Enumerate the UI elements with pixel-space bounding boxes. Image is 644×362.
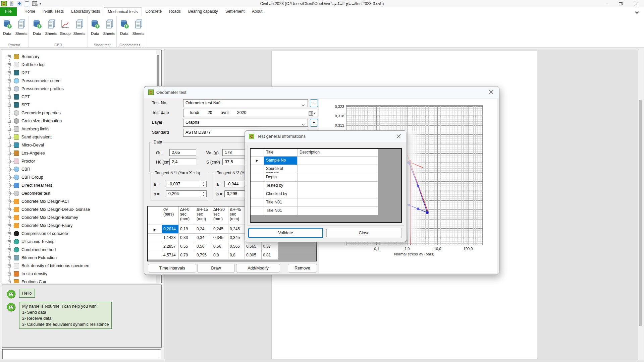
description-cell[interactable] (298, 207, 378, 215)
title-cell[interactable]: Title N01 (264, 198, 298, 207)
tree-item-ultrasonic-testing[interactable]: +Ultrasonic Testing (2, 238, 161, 246)
tree-item-cbr[interactable]: +CBR (2, 165, 161, 173)
row-selector-cell[interactable] (148, 234, 162, 242)
draw-button[interactable]: Draw (197, 264, 235, 273)
title-cell[interactable]: Title N01 (264, 207, 298, 215)
expand-icon[interactable]: + (8, 55, 11, 58)
tree-item-direct-shear-test[interactable]: +Direct shear test (2, 181, 161, 189)
table-cell[interactable]: 0,8 (228, 251, 245, 260)
device-icon[interactable] (9, 1, 14, 7)
test-date-picker[interactable]: lundi 20 avril 2020 (183, 109, 318, 117)
document-scrollbar-thumb[interactable] (639, 100, 642, 326)
table-cell[interactable]: 0,55 (179, 242, 195, 251)
table-cell[interactable]: 0,8 (212, 251, 228, 260)
row-selector-cell[interactable] (251, 165, 264, 173)
test-no-combobox[interactable]: Odometer test N=1 (183, 99, 308, 107)
table-cell[interactable]: 1,1428 (162, 234, 179, 242)
expand-icon[interactable]: + (8, 273, 11, 276)
validate-button[interactable]: Validate (248, 228, 323, 238)
tree-item-spt[interactable]: +SPT (2, 101, 161, 109)
tree-item-concrete-mix-design-bolomey[interactable]: +Concrete Mix Design-Bolomey (2, 214, 161, 222)
ribbon-button-oedometer-t-data[interactable]: Data (118, 18, 131, 36)
tree-item-dpt[interactable]: +DPT (2, 69, 161, 77)
tree-item-compression-of-concrete[interactable]: +Compression of concrete (2, 230, 161, 238)
tab-file[interactable]: File (0, 7, 17, 16)
expand-icon[interactable]: + (8, 144, 11, 147)
table-cell[interactable]: 0,79 (179, 251, 195, 260)
table-cell[interactable]: 0,345 (228, 234, 245, 242)
expand-icon[interactable]: + (8, 168, 11, 171)
tree-item-geometric-properties[interactable]: +Geometric properties (2, 109, 161, 117)
expand-icon[interactable]: + (8, 200, 11, 203)
table-cell[interactable]: 0,34 (195, 234, 212, 242)
description-cell[interactable] (298, 173, 378, 182)
tab-settlement[interactable]: Settlement (222, 7, 248, 16)
layer-combobox[interactable]: Graphs (183, 119, 308, 127)
ribbon-button-shear-test-data[interactable]: Data (89, 18, 102, 36)
expand-icon[interactable]: + (8, 104, 11, 107)
close-window-icon[interactable] (629, 0, 644, 7)
ribbon-button-cbr-sheets[interactable]: Sheets (45, 18, 58, 36)
tree-item-los-angeles[interactable]: +Los-Angeles (2, 149, 161, 157)
tab-home[interactable]: Home (21, 7, 39, 16)
add-test-button[interactable]: + (310, 99, 318, 107)
table-cell[interactable]: 0,565 (245, 242, 262, 251)
row-selector-cell[interactable]: ► (251, 157, 264, 165)
tab-in-situ-tests[interactable]: in-situ Tests (39, 7, 67, 16)
table-cell[interactable]: 0,56 (195, 242, 212, 251)
expand-icon[interactable]: + (8, 87, 11, 90)
ribbon-button-oedometer-t-sheets[interactable]: Sheets (132, 18, 145, 36)
table-cell[interactable]: 0,795 (195, 251, 212, 260)
close-icon[interactable] (489, 89, 494, 95)
row-selector-cell[interactable]: ► (148, 225, 162, 234)
gs-input[interactable]: 2,65 (169, 149, 196, 156)
expand-icon[interactable]: + (8, 136, 11, 139)
table-cell[interactable]: 0,24 (195, 225, 212, 234)
tree-item-in-situ-density[interactable]: +In-situ density (2, 270, 161, 278)
remove-button[interactable]: Remove (288, 264, 317, 273)
tree-item-grain-size-distribution[interactable]: +Grain size distribution (2, 117, 161, 125)
description-cell[interactable] (298, 198, 378, 207)
tab-laboratory-tests[interactable]: Laboratory tests (67, 7, 104, 16)
tree-item-footings-c[interactable]: +Footings C-φ (2, 278, 161, 283)
tree-item-combined-method[interactable]: +Combined method (2, 246, 161, 254)
ribbon-button-cbr-sheets[interactable]: Sheets (73, 18, 86, 36)
tab-mechanical-tests[interactable]: Mechanical tests (104, 7, 142, 16)
tree-item-oedometer-test[interactable]: +Oedometer test (2, 189, 161, 197)
time-intervals-button[interactable]: Time intervals (148, 264, 196, 273)
description-cell[interactable] (298, 190, 378, 198)
ribbon-button-cbr-group[interactable]: Group (59, 18, 72, 36)
tree-item-micro-deval[interactable]: +Micro-Deval (2, 141, 161, 149)
ribbon-button-proctor-data[interactable]: Data (1, 18, 14, 36)
table-cell[interactable]: 0,565 (228, 242, 245, 251)
row-selector-cell[interactable] (148, 242, 162, 251)
oedometer-dialog-titlebar[interactable]: Oedometer test (144, 86, 499, 98)
spinner-arrows-icon[interactable]: ▲▼ (201, 191, 206, 196)
expand-icon[interactable]: + (8, 128, 11, 131)
table-cell[interactable]: 0,56 (212, 242, 228, 251)
tree-item-proctor[interactable]: +Proctor (2, 157, 161, 165)
row-selector-cell[interactable] (251, 182, 264, 190)
expand-icon[interactable]: + (8, 176, 11, 179)
tree-item-pressuremeter-curve[interactable]: +Pressuremeter curve (2, 77, 161, 85)
save-as-icon[interactable] (32, 1, 38, 7)
tree-item-drill-hole-log[interactable]: +Drill hole log (2, 61, 161, 69)
chat-input[interactable] (2, 349, 161, 359)
expand-icon[interactable]: + (8, 256, 11, 259)
table-cell[interactable]: 2,2857 (162, 242, 179, 251)
expand-icon[interactable]: + (8, 79, 11, 82)
tangent1-b-spinner[interactable]: 0,294 ▲▼ (166, 190, 207, 197)
expand-icon[interactable]: + (8, 160, 11, 163)
tree-item-concrete-mix-design-dreux-gorisse[interactable]: +Concrete Mix Design-Dreux- Gorisse (2, 205, 161, 214)
expand-icon[interactable]: + (8, 192, 11, 195)
table-cell[interactable]: 0,805 (245, 251, 262, 260)
close-button[interactable]: Close (326, 228, 402, 238)
close-icon[interactable] (396, 134, 402, 139)
row-selector-cell[interactable] (251, 190, 264, 198)
restore-icon[interactable] (613, 0, 629, 7)
row-selector-cell[interactable] (251, 198, 264, 207)
table-cell[interactable]: 0,57 (262, 242, 278, 251)
title-cell[interactable]: Sample No (264, 157, 298, 165)
title-cell[interactable]: Tested by (264, 182, 298, 190)
import-data-icon[interactable] (16, 1, 22, 7)
